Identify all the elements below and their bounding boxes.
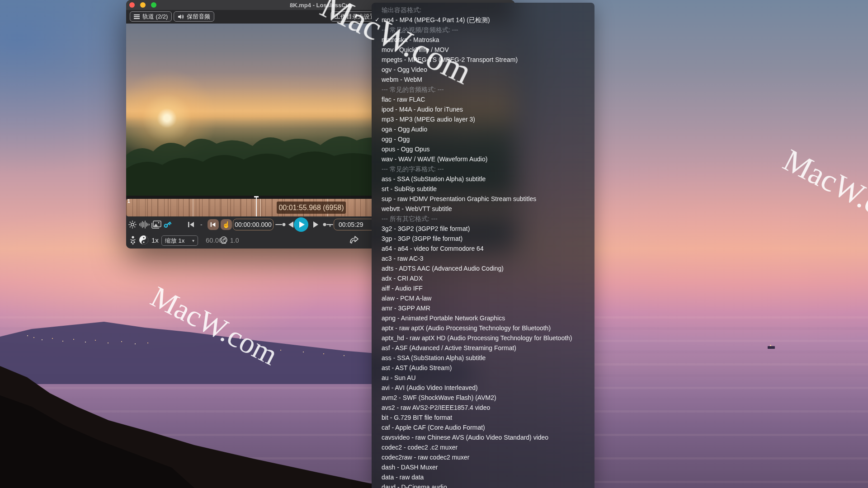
checkmark-icon: ✓ bbox=[375, 15, 380, 25]
hand-nudge-button[interactable]: ☝ bbox=[221, 219, 232, 230]
format-option[interactable]: codec2raw - raw codec2 muxer bbox=[372, 452, 594, 462]
export-icon[interactable] bbox=[349, 235, 359, 246]
segment-number-label: 1 bbox=[127, 199, 130, 204]
format-option[interactable]: data - raw data bbox=[372, 472, 594, 482]
yin-yang-icon[interactable] bbox=[139, 235, 149, 247]
format-option[interactable]: ogg - Ogg bbox=[372, 134, 594, 144]
format-option[interactable]: 3gp - 3GP (3GPP file format) bbox=[372, 234, 594, 244]
format-option[interactable]: bit - G.729 BIT file format bbox=[372, 413, 594, 422]
format-option[interactable]: avs2 - raw AVS2-P2/IEEE1857.4 video bbox=[372, 403, 594, 413]
format-option[interactable]: apng - Animated Portable Network Graphic… bbox=[372, 313, 594, 323]
tracks-button[interactable]: 轨道 (2/2) bbox=[130, 11, 172, 22]
foreground-rocks bbox=[0, 352, 407, 488]
format-option[interactable]: au - Sun AU bbox=[372, 373, 594, 383]
format-option[interactable]: adx - CRI ADX bbox=[372, 273, 594, 283]
settings-gear-icon[interactable] bbox=[128, 220, 137, 229]
format-option[interactable]: ast - AST (Audio Stream) bbox=[372, 363, 594, 373]
format-option[interactable]: aiff - Audio IFF bbox=[372, 283, 594, 293]
play-icon bbox=[299, 221, 305, 228]
jump-start-icon[interactable] bbox=[188, 221, 195, 228]
keyframe-key-icon[interactable] bbox=[162, 220, 172, 230]
format-option[interactable]: ass - SSA (SubStation Alpha) subtitle bbox=[372, 174, 594, 184]
format-option[interactable]: ✓mp4 - MP4 (MPEG-4 Part 14) (已检测) bbox=[372, 15, 594, 25]
format-option[interactable]: daud - D-Cinema audio bbox=[372, 482, 594, 488]
waveform-icon[interactable] bbox=[139, 221, 150, 229]
format-option[interactable]: 3g2 - 3GP2 (3GPP2 file format) bbox=[372, 224, 594, 234]
close-window-button[interactable] bbox=[129, 2, 135, 8]
volume-value: 1.0 bbox=[230, 237, 239, 244]
timeline-current-time: 00:01:55.968 (6958) bbox=[277, 202, 346, 214]
chevron-down-icon: ▾ bbox=[192, 238, 194, 243]
playhead-cursor[interactable] bbox=[256, 196, 257, 216]
start-time-input[interactable]: 00:00:00.000 bbox=[233, 219, 274, 230]
city-lights bbox=[27, 335, 28, 336]
step-forward-icon[interactable] bbox=[313, 221, 319, 228]
format-option[interactable]: oga - Ogg Audio bbox=[372, 124, 594, 134]
format-group-header: 输出容器格式: bbox=[372, 5, 594, 15]
format-option[interactable]: mpegts - MPEG-TS (MPEG-2 Transport Strea… bbox=[372, 55, 594, 65]
seek-keyframe-back-button[interactable] bbox=[208, 219, 219, 230]
dash-separator: - bbox=[200, 221, 203, 228]
format-option[interactable]: aptx - raw aptX (Audio Processing Techno… bbox=[372, 323, 594, 333]
format-option[interactable]: srt - SubRip subtitle bbox=[372, 184, 594, 194]
format-option[interactable]: mov - QuickTime / MOV bbox=[372, 45, 594, 55]
format-option[interactable]: amr - 3GPP AMR bbox=[372, 303, 594, 313]
format-option[interactable]: alaw - PCM A-law bbox=[372, 293, 594, 303]
speed-gauge-icon[interactable] bbox=[220, 236, 228, 246]
format-option[interactable]: ipod - M4A - Audio for iTunes bbox=[372, 104, 594, 114]
minimize-window-button[interactable] bbox=[140, 2, 146, 8]
play-button[interactable] bbox=[294, 217, 308, 232]
traffic-lights bbox=[129, 2, 156, 8]
format-option[interactable]: sup - raw HDMV Presentation Graphic Stre… bbox=[372, 194, 594, 204]
capture-frame-icon[interactable] bbox=[129, 235, 137, 246]
window-title: 8K.mp4 - LosslessCut bbox=[290, 2, 351, 9]
format-option[interactable]: caf - Apple CAF (Core Audio Format) bbox=[372, 422, 594, 432]
format-option[interactable]: dash - DASH Muxer bbox=[372, 462, 594, 472]
format-group-header: --- 常见的视频/音频格式: --- bbox=[372, 25, 594, 35]
format-option[interactable]: avi - AVI (Audio Video Interleaved) bbox=[372, 383, 594, 393]
format-option[interactable]: ac3 - raw AC-3 bbox=[372, 253, 594, 263]
playback-rate-label: 1x bbox=[151, 236, 159, 244]
output-format-dropdown: 输出容器格式:✓mp4 - MP4 (MPEG-4 Part 14) (已检测)… bbox=[372, 3, 594, 488]
format-option[interactable]: avm2 - SWF (ShockWave Flash) (AVM2) bbox=[372, 393, 594, 403]
format-option[interactable]: adts - ADTS AAC (Advanced Audio Coding) bbox=[372, 263, 594, 273]
format-option[interactable]: matroska - Matroska bbox=[372, 35, 594, 45]
zoom-window-button[interactable] bbox=[151, 2, 156, 8]
zoom-select[interactable]: 缩放 1x ▾ bbox=[161, 235, 198, 246]
thumbnails-icon[interactable] bbox=[151, 221, 161, 229]
step-back-icon[interactable] bbox=[288, 221, 294, 228]
set-cut-start-icon[interactable] bbox=[275, 221, 287, 228]
format-option[interactable]: a64 - a64 - video for Commodore 64 bbox=[372, 244, 594, 253]
format-option[interactable]: mp3 - MP3 (MPEG audio layer 3) bbox=[372, 114, 594, 124]
format-group-header: --- 常见的音频格式: --- bbox=[372, 84, 594, 94]
format-option[interactable]: wav - WAV / WAVE (Waveform Audio) bbox=[372, 154, 594, 164]
ship-silhouette bbox=[768, 346, 775, 349]
format-option[interactable]: ogv - Ogg Video bbox=[372, 65, 594, 75]
format-group-header: --- 所有其它格式: --- bbox=[372, 214, 594, 224]
format-option[interactable]: ass - SSA (SubStation Alpha) subtitle bbox=[372, 353, 594, 363]
format-group-header: --- 常见的字幕格式: --- bbox=[372, 164, 594, 174]
keep-audio-button[interactable]: 保留音频 bbox=[174, 11, 214, 22]
format-dropdown-list: 输出容器格式:✓mp4 - MP4 (MPEG-4 Part 14) (已检测)… bbox=[372, 5, 594, 488]
hamburger-icon bbox=[134, 14, 140, 20]
format-option[interactable]: codec2 - codec2 .c2 muxer bbox=[372, 442, 594, 452]
format-option[interactable]: flac - raw FLAC bbox=[372, 94, 594, 104]
format-option[interactable]: webvtt - WebVTT subtitle bbox=[372, 204, 594, 214]
format-option[interactable]: webm - WebM bbox=[372, 75, 594, 84]
format-option[interactable]: asf - ASF (Advanced / Active Streaming F… bbox=[372, 343, 594, 353]
set-cut-end-icon[interactable] bbox=[321, 221, 333, 228]
hand-icon: ☝ bbox=[222, 221, 230, 228]
format-option[interactable]: aptx_hd - raw aptX HD (Audio Processing … bbox=[372, 333, 594, 343]
format-option[interactable]: opus - Ogg Opus bbox=[372, 144, 594, 154]
format-option[interactable]: cavsvideo - raw Chinese AVS (Audio Video… bbox=[372, 432, 594, 442]
speaker-icon bbox=[178, 14, 184, 19]
